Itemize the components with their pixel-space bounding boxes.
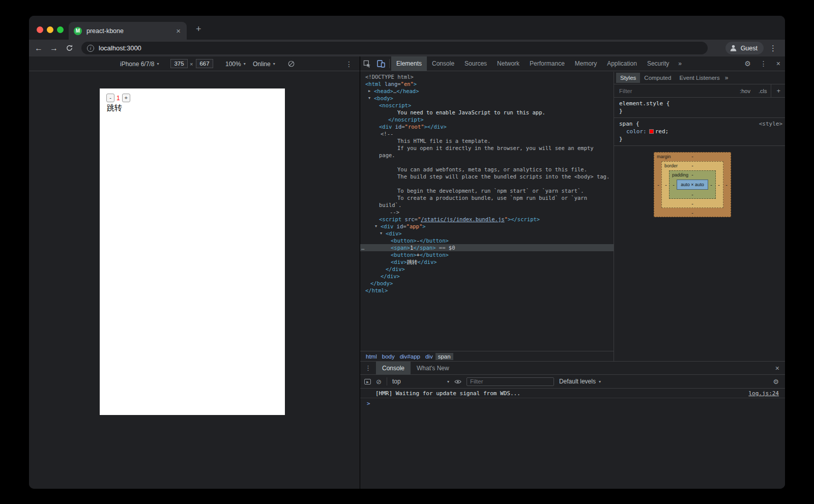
device-select[interactable]: iPhone 6/7/8 ▾ (120, 56, 159, 71)
new-tab-button[interactable]: + (192, 22, 206, 37)
devtools-tab-sources[interactable]: Sources (459, 56, 492, 71)
devtools-tab-elements[interactable]: Elements (391, 56, 427, 71)
jump-link[interactable]: 跳转 (107, 103, 122, 113)
console-tab-what-s-new[interactable]: What's New (411, 362, 455, 375)
clear-console-icon[interactable]: ⊘ (376, 378, 382, 386)
elements-tree-line[interactable]: <!DOCTYPE html> (360, 73, 614, 80)
breadcrumb-div-app[interactable]: div#app (397, 353, 423, 360)
console-source-link[interactable]: log.js:24 (748, 390, 779, 397)
box-model-padding[interactable]: padding - - - - auto × auto (669, 170, 716, 199)
drawer-close-icon[interactable]: × (770, 364, 785, 372)
elements-tree-line[interactable]: <!-- (360, 130, 614, 137)
devtools-tab-security[interactable]: Security (642, 56, 674, 71)
devtools-tab-application[interactable]: Application (602, 56, 642, 71)
devtools-menu-icon[interactable]: ⋮ (755, 56, 772, 71)
device-width-input[interactable] (170, 59, 188, 68)
throttling-select[interactable]: Online ▾ (253, 56, 275, 71)
back-button[interactable]: ← (31, 40, 46, 56)
more-tabs-icon[interactable]: » (674, 56, 686, 71)
elements-tree-line[interactable]: <button>-</button> (360, 237, 614, 244)
elements-tree-line[interactable]: page. (360, 152, 614, 159)
traffic-light[interactable] (57, 26, 64, 33)
elements-tree-line[interactable] (360, 159, 614, 166)
reload-button[interactable] (62, 40, 77, 56)
css-property-value[interactable]: red; (655, 128, 669, 135)
elements-tree-line[interactable]: </noscript> (360, 116, 614, 123)
stylesheet-origin[interactable]: <style> (759, 120, 782, 128)
style-rule-element[interactable]: element.style { } (614, 98, 785, 118)
new-style-rule-button[interactable]: + (771, 84, 785, 98)
inspect-element-button[interactable] (360, 56, 374, 71)
style-rule-span[interactable]: span { <style> color:red; } (614, 118, 785, 146)
elements-tree-line[interactable]: You can add webfonts, meta tags, or anal… (360, 166, 614, 173)
elements-tree-line[interactable]: <html lang="en"> (360, 80, 614, 87)
styles-tab-event-listeners[interactable]: Event Listeners (675, 73, 723, 83)
execution-context-select[interactable]: top ▾ (392, 378, 449, 385)
breadcrumb-body[interactable]: body (380, 353, 397, 360)
device-height-input[interactable] (196, 59, 213, 68)
elements-tree-line[interactable]: This HTML file is a template. (360, 137, 614, 144)
traffic-light[interactable] (47, 26, 53, 33)
expand-arrow-icon[interactable]: ▶ (368, 87, 374, 95)
elements-tree-line[interactable]: To create a production bundle, use `npm … (360, 194, 614, 201)
collapse-arrow-icon[interactable]: ▼ (368, 95, 374, 102)
browser-tab[interactable]: M preact-kbone × (69, 22, 187, 40)
breadcrumb-div[interactable]: div (423, 353, 435, 360)
device-toolbar-toggle[interactable] (374, 56, 388, 71)
info-icon[interactable]: i (87, 45, 94, 52)
console-sidebar-toggle[interactable]: ▶ (364, 379, 371, 384)
devtools-tab-network[interactable]: Network (492, 56, 525, 71)
forward-button[interactable]: → (46, 40, 62, 56)
zoom-select[interactable]: 100% ▾ (225, 56, 246, 71)
increment-button[interactable]: + (122, 94, 130, 102)
breadcrumb-html[interactable]: html (363, 353, 380, 360)
elements-tree-line[interactable]: ▶<head>…</head> (360, 87, 614, 95)
console-settings-icon[interactable]: ⚙ (771, 378, 781, 386)
tab-close-icon[interactable]: × (175, 26, 182, 35)
styles-tab-computed[interactable]: Computed (640, 73, 675, 83)
devtools-close-icon[interactable]: × (772, 56, 785, 71)
elements-tree-line[interactable]: To begin the development, run `npm start… (360, 187, 614, 194)
console-tab-console[interactable]: Console (376, 362, 411, 375)
devtools-tab-console[interactable]: Console (427, 56, 459, 71)
address-bar[interactable]: i localhost:3000 (81, 42, 708, 54)
rotate-button[interactable] (287, 60, 295, 69)
toggle-class-editor[interactable]: .cls (754, 84, 771, 98)
elements-tree-line[interactable]: </div> (360, 265, 614, 273)
traffic-light[interactable] (37, 26, 43, 33)
elements-tree-line[interactable]: <script src="/static/js/index.bundle.js"… (360, 216, 614, 223)
elements-tree-line[interactable]: <noscript> (360, 102, 614, 109)
styles-filter-input[interactable] (614, 88, 736, 94)
console-prompt-row[interactable]: > (360, 398, 785, 408)
elements-tree-line[interactable]: If you open it directly in the browser, … (360, 144, 614, 152)
elements-tree-line[interactable]: …<span>1</span> == $0 (360, 244, 614, 251)
elements-tree-line[interactable]: </body> (360, 280, 614, 287)
console-filter-input[interactable] (467, 377, 554, 386)
device-menu-icon[interactable]: ⋮ (343, 56, 355, 71)
elements-tree-line[interactable]: <div id="root"></div> (360, 123, 614, 130)
color-swatch[interactable] (649, 129, 654, 134)
devtools-tab-memory[interactable]: Memory (570, 56, 602, 71)
elements-tree-line[interactable]: --> (360, 209, 614, 216)
elements-tree-line[interactable]: You need to enable JavaScript to run thi… (360, 109, 614, 116)
css-property-name[interactable]: color: (626, 128, 647, 135)
drawer-menu-icon[interactable]: ⋮ (360, 364, 376, 372)
more-sidebar-tabs-icon[interactable]: » (725, 74, 729, 81)
elements-tree-line[interactable]: ▼<div> (360, 230, 614, 237)
elements-tree-line[interactable]: </div> (360, 273, 614, 280)
elements-tree-line[interactable]: ▼<body> (360, 95, 614, 102)
elements-tree-line[interactable]: <div>跳转</div> (360, 258, 614, 265)
elements-tree-line[interactable]: The build step will place the bundled sc… (360, 173, 614, 180)
collapse-arrow-icon[interactable]: ▼ (375, 223, 381, 230)
elements-tree-line[interactable] (360, 180, 614, 187)
styles-tab-styles[interactable]: Styles (616, 73, 640, 83)
elements-tree-line[interactable]: build`. (360, 201, 614, 209)
box-model-margin[interactable]: margin - - - - border - - - - padding (654, 152, 731, 217)
breadcrumb-span[interactable]: span (435, 353, 453, 360)
devtools-tab-performance[interactable]: Performance (525, 56, 570, 71)
box-model-border[interactable]: border - - - - padding - - - - (661, 161, 723, 208)
decrement-button[interactable]: - (106, 94, 114, 102)
settings-gear-icon[interactable]: ⚙ (740, 56, 755, 71)
log-levels-select[interactable]: Default levels ▾ (559, 378, 601, 385)
collapse-arrow-icon[interactable]: ▼ (380, 230, 386, 237)
